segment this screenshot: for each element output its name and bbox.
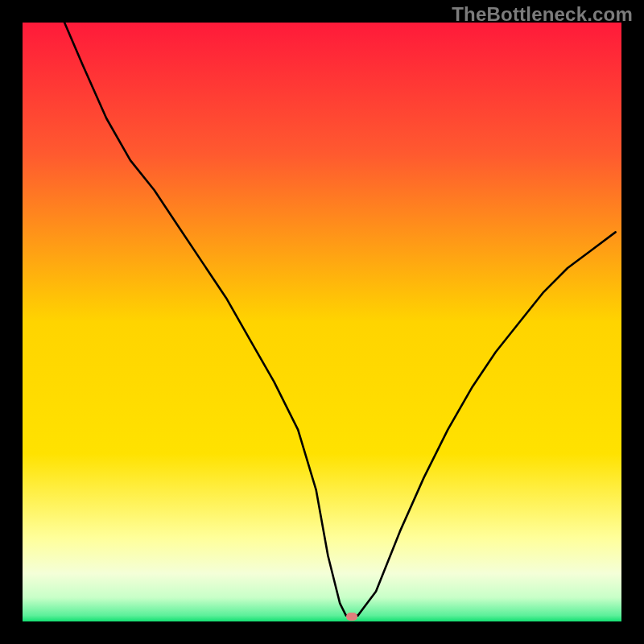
gradient-background	[23, 23, 621, 621]
optimum-marker	[346, 613, 357, 621]
chart-frame: TheBottleneck.com	[0, 0, 644, 644]
plot-area	[23, 23, 621, 621]
watermark-text: TheBottleneck.com	[452, 3, 633, 26]
plot-svg	[23, 23, 621, 621]
